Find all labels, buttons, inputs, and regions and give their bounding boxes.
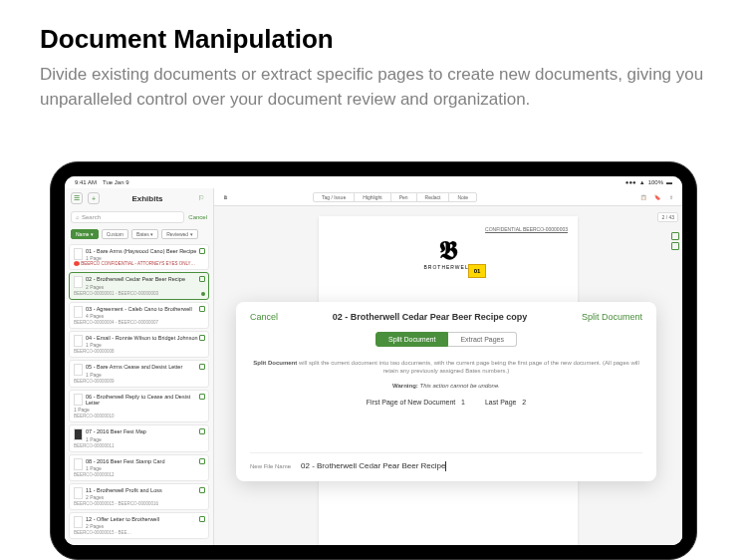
modal-cancel-button[interactable]: Cancel (250, 312, 278, 322)
doc-title: 08 - 2016 Beer Fest Stamp Card (74, 458, 204, 464)
modal-split-button[interactable]: Split Document (582, 312, 642, 322)
doc-bates: BEERCO-00000015 - BEE… (74, 530, 204, 535)
doc-check-icon[interactable] (199, 458, 205, 464)
status-date: Tue Jan 9 (103, 179, 128, 185)
doc-item[interactable]: 08 - 2016 Beer Fest Stamp Card 1 Page BE… (69, 454, 209, 481)
doc-dot-icon (201, 292, 205, 296)
side-markers (671, 232, 679, 250)
doc-check-icon[interactable] (199, 276, 205, 282)
doc-list[interactable]: 01 - Bare Arms (Haywood Cano) Beer Recip… (65, 242, 213, 545)
sidebar: ☰ + Exhibits ⚐ ⌕ Search Cancel Name ▾ Cu… (65, 188, 214, 545)
confidential-label: CONFIDENTIAL BEERCO-00000003 (329, 226, 568, 232)
tool-segment[interactable]: Note (449, 193, 476, 201)
doc-item[interactable]: 05 - Bare Arms Cease and Desist Letter 1… (69, 360, 209, 387)
doc-check-icon[interactable] (199, 306, 205, 312)
filter-bates[interactable]: Bates ▾ (131, 229, 158, 239)
tag-icon[interactable]: ⚐ (195, 192, 207, 204)
marker-2[interactable] (671, 242, 679, 250)
doc-pages: 4 Pages (74, 313, 204, 319)
share-icon[interactable]: ⇧ (666, 192, 676, 202)
doc-bates: BEERCO-00000008 (74, 349, 204, 354)
doc-check-icon[interactable] (199, 335, 205, 341)
hero-section: Document Manipulation Divide existing do… (0, 0, 747, 128)
filter-reviewed[interactable]: Reviewed ▾ (161, 229, 197, 239)
page-counter: 2 / 43 (657, 212, 678, 222)
doc-title: 11 - Brotherwell Profit and Loss (74, 487, 204, 493)
tool-segments: Tag / IssueHighlightPenRedactNote (313, 192, 477, 202)
modal-warning: Warning: This action cannot be undone. (250, 383, 642, 389)
modal-page-range: First Page of New Document 1 Last Page 2 (250, 399, 642, 406)
doc-item[interactable]: 02 - Brotherwell Cedar Pear Beer Recipe … (69, 272, 209, 299)
doc-thumb-icon (74, 276, 83, 288)
doc-pages: 1 Page (74, 372, 204, 378)
sidebar-header: ☰ + Exhibits ⚐ (65, 188, 213, 208)
doc-pages: 1 Page (74, 465, 204, 471)
logo-name: BROTHERWELL (329, 264, 568, 270)
marker-1[interactable] (671, 232, 679, 240)
search-cancel[interactable]: Cancel (188, 214, 207, 220)
sidebar-title: Exhibits (105, 194, 190, 203)
tool-segment[interactable]: Tag / Issue (314, 193, 355, 201)
doc-item[interactable]: 04 - Email - Ronnie Wilson to Bridget Jo… (69, 331, 209, 358)
doc-thumb-icon (74, 364, 83, 376)
doc-title: 06 - Brotherwell Reply to Cease and Desi… (74, 394, 204, 407)
filter-custom[interactable]: Custom (102, 229, 128, 239)
doc-bates: BEERCO-00000011 (74, 443, 204, 448)
first-page-value: 1 (461, 399, 465, 406)
doc-icon[interactable]: 🗎 (220, 192, 230, 202)
statusbar: 9:41 AM Tue Jan 9 ●●● ▲ 100% ▬ (65, 176, 682, 188)
doc-pages: 1 Page (74, 436, 204, 442)
tool-segment[interactable]: Highlight (355, 193, 390, 201)
doc-pages: 2 Pages (74, 284, 204, 290)
doc-check-icon[interactable] (199, 516, 205, 522)
doc-thumb-icon (74, 458, 83, 470)
highlight-marker[interactable]: 01 (468, 264, 486, 278)
doc-check-icon[interactable] (199, 364, 205, 370)
clipboard-icon[interactable]: 📋 (638, 192, 648, 202)
tool-segment[interactable]: Redact (417, 193, 450, 201)
search-input[interactable]: ⌕ Search (71, 211, 184, 223)
doc-thumb-icon (74, 248, 83, 260)
tab-split[interactable]: Split Document (375, 332, 448, 347)
bookmark-icon[interactable]: 🔖 (652, 192, 662, 202)
tool-segment[interactable]: Pen (391, 193, 417, 201)
menu-icon[interactable]: ☰ (71, 192, 83, 204)
filename-input[interactable]: 02 - Brotherwell Cedar Pear Beer Recipe (301, 461, 642, 471)
doc-item[interactable]: 12 - Offer Letter to Brotherwell 2 Pages… (69, 512, 209, 539)
doc-title: 04 - Email - Ronnie Wilson to Bridget Jo… (74, 335, 204, 341)
search-icon: ⌕ (76, 214, 80, 220)
doc-item[interactable]: 07 - 2016 Beer Fest Map 1 Page BEERCO-00… (69, 424, 209, 451)
toolbar: 🗎 Tag / IssueHighlightPenRedactNote 📋 🔖 … (214, 188, 682, 206)
doc-item[interactable]: 01 - Bare Arms (Haywood Cano) Beer Recip… (69, 244, 209, 270)
search-row: ⌕ Search Cancel (65, 208, 213, 226)
doc-bates: BEERCO-00000010 (74, 414, 204, 419)
doc-title: 03 - Agreement - Caleb Cano to Brotherwe… (74, 306, 204, 312)
add-icon[interactable]: + (88, 192, 100, 204)
doc-check-icon[interactable] (199, 394, 205, 400)
tab-extract[interactable]: Extract Pages (448, 332, 517, 347)
doc-check-icon[interactable] (199, 428, 205, 434)
doc-title: 12 - Offer Letter to Brotherwell (74, 516, 204, 522)
filter-name[interactable]: Name ▾ (71, 229, 99, 239)
doc-pages: 2 Pages (74, 494, 204, 500)
doc-item[interactable]: 06 - Brotherwell Reply to Cease and Desi… (69, 390, 209, 423)
doc-title: 05 - Bare Arms Cease and Desist Letter (74, 364, 204, 370)
doc-check-icon[interactable] (199, 248, 205, 254)
doc-thumb-icon (74, 487, 83, 499)
doc-item[interactable]: 03 - Agreement - Caleb Cano to Brotherwe… (69, 302, 209, 329)
doc-badge: 🛑 BEERCO CONFIDENTIAL - ATTORNEYS EYES O… (74, 261, 204, 266)
doc-check-icon[interactable] (199, 487, 205, 493)
doc-pages: 1 Page (74, 407, 204, 413)
doc-thumb-icon (74, 306, 83, 318)
last-page-label: Last Page (485, 399, 517, 406)
doc-thumb-icon (74, 516, 83, 528)
doc-bates: BEERCO-00000012 (74, 472, 204, 477)
logo-block: 𝕭 BROTHERWELL (329, 238, 568, 270)
hero-title: Document Manipulation (40, 24, 707, 55)
split-modal: Cancel 02 - Brotherwell Cedar Pear Beer … (236, 302, 656, 481)
doc-item[interactable]: 11 - Brotherwell Profit and Loss 2 Pages… (69, 483, 209, 510)
logo-mark: 𝕭 (329, 238, 568, 264)
doc-pages: 1 Page (74, 342, 204, 348)
first-page-label: First Page of New Document (367, 399, 455, 406)
doc-bates: BEERCO-00000001 - BEERCO-00000003 (74, 291, 204, 296)
